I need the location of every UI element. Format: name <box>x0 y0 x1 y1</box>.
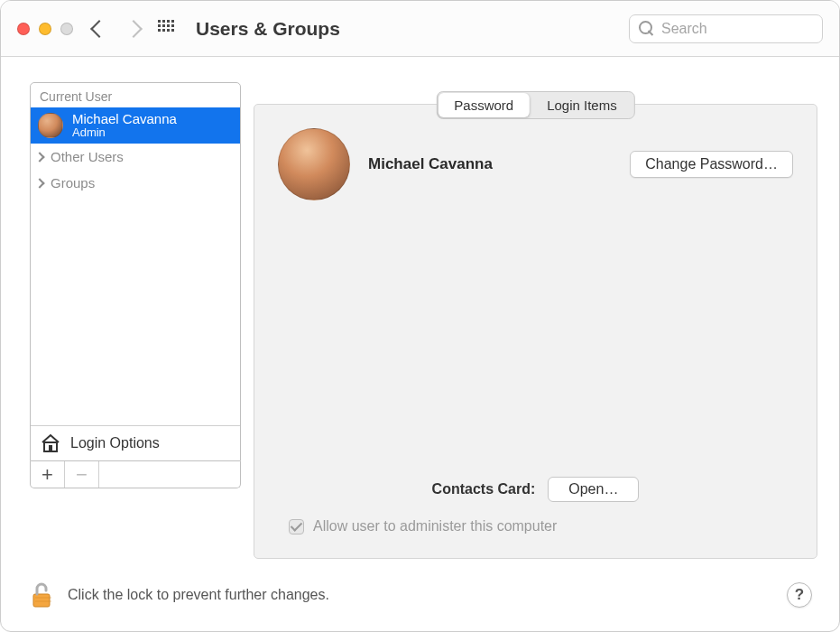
sidebar-action-bar: + − <box>30 461 241 488</box>
search-field[interactable] <box>629 14 823 43</box>
minimize-window-button[interactable] <box>39 23 51 35</box>
open-contacts-button[interactable]: Open… <box>548 477 639 502</box>
lock-message: Click the lock to prevent further change… <box>68 587 329 603</box>
user-avatar[interactable] <box>278 128 350 200</box>
change-password-button[interactable]: Change Password… <box>630 151 793 178</box>
house-icon <box>40 433 61 453</box>
sidebar-current-user[interactable]: Michael Cavanna Admin <box>31 107 240 144</box>
login-options-label: Login Options <box>70 435 160 451</box>
window-controls <box>17 23 73 35</box>
back-button[interactable] <box>90 20 108 38</box>
contacts-card-label: Contacts Card: <box>432 481 536 497</box>
content-area: Current User Michael Cavanna Admin Other… <box>1 57 839 559</box>
sidebar-item-other-users[interactable]: Other Users <box>31 144 240 170</box>
search-input[interactable] <box>661 21 813 37</box>
chevron-right-icon <box>34 178 44 188</box>
forward-button <box>125 20 143 38</box>
lock-icon[interactable] <box>28 581 55 609</box>
help-button[interactable]: ? <box>787 582 812 608</box>
chevron-right-icon <box>34 152 44 162</box>
admin-checkbox <box>289 519 304 534</box>
nav-buttons <box>93 23 140 35</box>
window-title: Users & Groups <box>196 18 340 40</box>
sidebar-item-label: Groups <box>51 175 95 191</box>
main-panel: Password Login Items Michael Cavanna Cha… <box>254 104 817 559</box>
admin-checkbox-label: Allow user to administer this computer <box>313 518 557 534</box>
user-header: Michael Cavanna Change Password… <box>278 128 793 200</box>
tab-bar: Password Login Items <box>436 91 634 119</box>
login-options-button[interactable]: Login Options <box>31 425 240 460</box>
contacts-card-row: Contacts Card: Open… <box>278 477 793 502</box>
close-window-button[interactable] <box>17 23 30 35</box>
search-icon <box>639 21 654 36</box>
tab-login-items[interactable]: Login Items <box>531 93 633 117</box>
sidebar-user-role: Admin <box>72 126 177 140</box>
show-all-preferences-button[interactable] <box>158 20 176 38</box>
add-user-button[interactable]: + <box>31 461 65 488</box>
admin-checkbox-row: Allow user to administer this computer <box>278 518 793 534</box>
avatar-icon <box>38 113 63 138</box>
sidebar-item-groups[interactable]: Groups <box>31 170 240 196</box>
sidebar-spacer <box>99 461 240 488</box>
zoom-window-button <box>60 23 73 35</box>
sidebar-user-name: Michael Cavanna <box>72 111 177 126</box>
footer: Click the lock to prevent further change… <box>1 559 839 631</box>
sidebar-item-label: Other Users <box>51 149 124 164</box>
title-bar: Users & Groups <box>1 1 839 57</box>
sidebar-section-header: Current User <box>31 83 240 107</box>
user-display-name: Michael Cavanna <box>368 155 493 173</box>
tab-password[interactable]: Password <box>438 93 530 117</box>
svg-rect-1 <box>49 445 52 451</box>
remove-user-button: − <box>65 461 99 488</box>
user-list-sidebar: Current User Michael Cavanna Admin Other… <box>30 82 241 461</box>
